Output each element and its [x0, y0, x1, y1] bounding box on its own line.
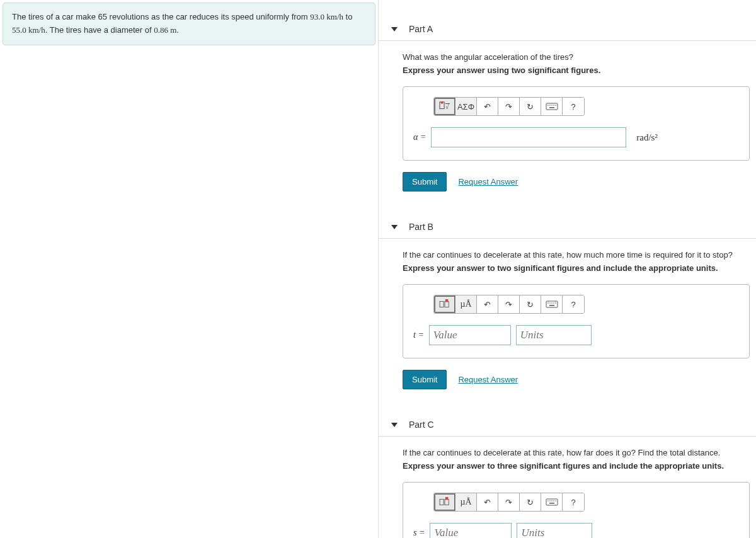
part-title: Part C — [409, 420, 434, 430]
problem-text: The tires of a car make 65 revolutions a… — [12, 12, 310, 21]
collapse-icon[interactable] — [391, 423, 398, 427]
instruction-text: Express your answer to three significant… — [403, 461, 750, 471]
velocity-1: 93.0 km/h — [310, 12, 343, 21]
part-c: Part C If the car continues to decelerat… — [379, 415, 756, 538]
units-input[interactable] — [517, 523, 592, 538]
instruction-text: Express your answer using two significan… — [403, 66, 750, 75]
svg-rect-21 — [440, 500, 444, 505]
svg-point-17 — [551, 302, 553, 304]
svg-rect-1 — [441, 101, 444, 104]
answer-box: µÅ ↶ ↷ ↻ ? s = — [403, 482, 750, 538]
diameter: 0.86 m — [154, 25, 176, 35]
keyboard-button[interactable] — [541, 295, 563, 313]
svg-rect-24 — [546, 499, 558, 505]
svg-rect-20 — [549, 305, 554, 306]
svg-point-18 — [553, 302, 554, 304]
units-button[interactable]: µÅ — [455, 493, 477, 511]
collapse-icon[interactable] — [391, 225, 398, 229]
collapse-icon[interactable] — [391, 27, 398, 31]
svg-rect-22 — [445, 500, 449, 505]
templates-button[interactable]: √ — [434, 98, 455, 115]
svg-point-9 — [555, 105, 556, 106]
velocity-2: 55.0 km/h — [12, 25, 45, 35]
svg-rect-11 — [440, 302, 444, 307]
part-title: Part A — [409, 24, 433, 34]
equation-toolbar: √ ΑΣΦ ↶ ↷ ↻ ? — [433, 97, 585, 116]
svg-point-28 — [553, 500, 554, 501]
units-input[interactable] — [516, 325, 592, 345]
svg-point-5 — [547, 105, 549, 106]
greek-button[interactable]: ΑΣΦ — [455, 98, 477, 115]
part-a: Part A What was the angular acceleration… — [379, 19, 756, 198]
svg-point-8 — [553, 105, 554, 106]
answer-input[interactable] — [431, 127, 626, 147]
units-button[interactable]: µÅ — [455, 295, 477, 313]
question-text: What was the angular acceleration of the… — [403, 52, 750, 62]
svg-point-6 — [549, 105, 551, 106]
submit-button[interactable]: Submit — [403, 370, 447, 389]
reset-button[interactable]: ↻ — [520, 98, 541, 115]
request-answer-link[interactable]: Request Answer — [458, 177, 518, 186]
help-button[interactable]: ? — [563, 98, 584, 115]
svg-rect-23 — [445, 497, 448, 500]
svg-rect-12 — [445, 302, 449, 307]
keyboard-button[interactable] — [541, 493, 563, 511]
undo-button[interactable]: ↶ — [477, 295, 498, 313]
svg-point-19 — [555, 302, 556, 304]
instruction-text: Express your answer to two significant f… — [403, 263, 750, 273]
value-input[interactable] — [429, 325, 511, 345]
reset-button[interactable]: ↻ — [520, 493, 541, 511]
help-button[interactable]: ? — [563, 295, 584, 313]
variable-label: α = — [413, 132, 426, 142]
svg-point-27 — [551, 500, 553, 501]
svg-point-25 — [547, 500, 549, 501]
question-text: If the car continues to decelerate at th… — [403, 250, 750, 260]
part-b: Part B If the car continues to decelerat… — [379, 217, 756, 396]
svg-rect-14 — [546, 301, 558, 307]
undo-button[interactable]: ↶ — [477, 493, 498, 511]
svg-point-7 — [551, 105, 553, 106]
reset-button[interactable]: ↻ — [520, 295, 541, 313]
question-text: If the car continues to decelerate at th… — [403, 448, 750, 457]
svg-rect-10 — [549, 107, 554, 108]
redo-button[interactable]: ↷ — [498, 493, 520, 511]
svg-point-16 — [549, 302, 551, 304]
variable-label: s = — [413, 528, 425, 538]
svg-point-26 — [549, 500, 551, 501]
svg-rect-30 — [549, 503, 554, 504]
variable-label: t = — [413, 330, 424, 340]
answer-box: µÅ ↶ ↷ ↻ ? t = — [403, 284, 750, 358]
value-input[interactable] — [430, 523, 512, 538]
svg-point-29 — [555, 500, 556, 501]
equation-toolbar: µÅ ↶ ↷ ↻ ? — [433, 295, 585, 314]
part-title: Part B — [409, 222, 433, 232]
unit-label: rad/s² — [636, 132, 658, 143]
keyboard-button[interactable] — [541, 98, 563, 115]
answer-box: √ ΑΣΦ ↶ ↷ ↻ ? α = rad/s² — [403, 86, 750, 161]
svg-point-15 — [547, 302, 549, 304]
templates-button[interactable] — [434, 295, 455, 313]
svg-text:√: √ — [445, 103, 449, 110]
svg-rect-13 — [445, 299, 448, 302]
templates-button[interactable] — [434, 493, 455, 511]
svg-rect-4 — [546, 103, 558, 110]
problem-statement: The tires of a car make 65 revolutions a… — [3, 3, 375, 45]
redo-button[interactable]: ↷ — [498, 98, 520, 115]
equation-toolbar: µÅ ↶ ↷ ↻ ? — [433, 493, 585, 512]
undo-button[interactable]: ↶ — [477, 98, 498, 115]
request-answer-link[interactable]: Request Answer — [458, 375, 518, 384]
redo-button[interactable]: ↷ — [498, 295, 520, 313]
submit-button[interactable]: Submit — [403, 172, 447, 192]
help-button[interactable]: ? — [563, 493, 584, 511]
